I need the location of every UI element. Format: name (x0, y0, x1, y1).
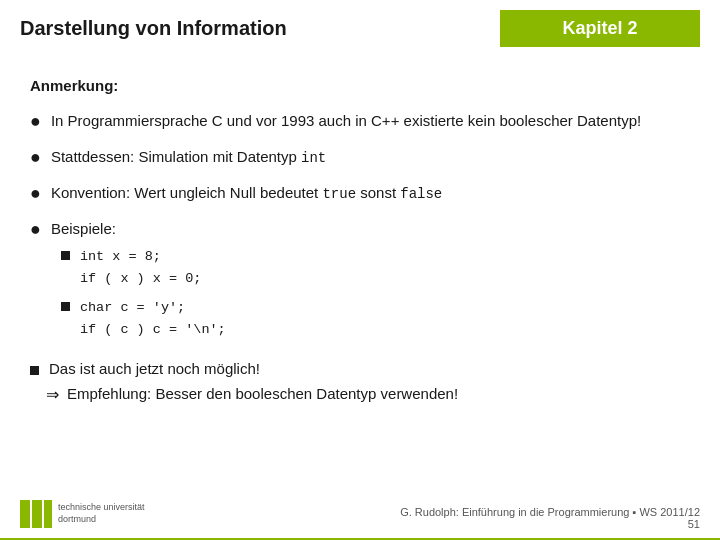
bullet-icon: ● (30, 216, 41, 242)
recommendation-text: Empfehlung: Besser den booleschen Datent… (67, 385, 458, 402)
bullet-text-1: In Programmiersprache C und vor 1993 auc… (51, 110, 641, 132)
arrow-icon: ⇒ (46, 385, 59, 404)
code-line-1: int x = 8; (80, 246, 202, 268)
svg-rect-1 (32, 500, 42, 528)
footer: G. Rudolph: Einführung in die Programmie… (400, 506, 700, 530)
extra-bullet-item: Das ist auch jetzt noch möglich! (30, 360, 690, 377)
svg-rect-0 (20, 500, 30, 528)
bullet-icon: ● (30, 108, 41, 134)
sub-list: int x = 8; if ( x ) x = 0; char c = 'y';… (51, 246, 226, 340)
tud-logo: technische universität dortmund (20, 500, 145, 528)
bullet-icon: ● (30, 144, 41, 170)
code-group-1: int x = 8; if ( x ) x = 0; (80, 246, 202, 289)
bullet-text-3: Konvention: Wert ungleich Null bedeutet … (51, 182, 442, 204)
code-true: true (322, 186, 356, 202)
sub-list-item-1: int x = 8; if ( x ) x = 0; (61, 246, 226, 289)
tud-logo-text: technische universität dortmund (58, 502, 145, 525)
code-group-2: char c = 'y'; if ( c ) c = '\n'; (80, 297, 226, 340)
list-item: ● Stattdessen: Simulation mit Datentyp i… (30, 146, 690, 170)
list-item: ● Konvention: Wert ungleich Null bedeute… (30, 182, 690, 206)
code-line-2: if ( x ) x = 0; (80, 268, 202, 290)
main-content: Anmerkung: ● In Programmiersprache C und… (0, 57, 720, 414)
square-bullet-icon (61, 251, 70, 260)
examples-container: Beispiele: int x = 8; if ( x ) x = 0; ch… (51, 218, 226, 348)
list-item: ● In Programmiersprache C und vor 1993 a… (30, 110, 690, 134)
footer-line1: G. Rudolph: Einführung in die Programmie… (400, 506, 700, 518)
bullet-icon: ● (30, 180, 41, 206)
sub-list-item-2: char c = 'y'; if ( c ) c = '\n'; (61, 297, 226, 340)
footer-line2: 51 (400, 518, 700, 530)
square-bullet-icon (30, 366, 39, 375)
svg-rect-2 (44, 500, 52, 528)
code-line-4: if ( c ) c = '\n'; (80, 319, 226, 341)
code-line-3: char c = 'y'; (80, 297, 226, 319)
recommendation-item: ⇒ Empfehlung: Besser den booleschen Date… (30, 385, 690, 404)
page-title: Darstellung von Information (20, 17, 287, 40)
page-header: Darstellung von Information Kapitel 2 (0, 0, 720, 57)
bullet-list: ● In Programmiersprache C und vor 1993 a… (30, 110, 690, 348)
list-item-examples: ● Beispiele: int x = 8; if ( x ) x = 0; (30, 218, 690, 348)
code-int: int (301, 150, 326, 166)
section-label: Anmerkung: (30, 77, 690, 94)
extra-bullet-text: Das ist auch jetzt noch möglich! (49, 360, 260, 377)
bullet-text-2: Stattdessen: Simulation mit Datentyp int (51, 146, 326, 168)
chapter-badge: Kapitel 2 (500, 10, 700, 47)
tud-logo-icon (20, 500, 52, 528)
square-bullet-icon (61, 302, 70, 311)
code-false: false (400, 186, 442, 202)
